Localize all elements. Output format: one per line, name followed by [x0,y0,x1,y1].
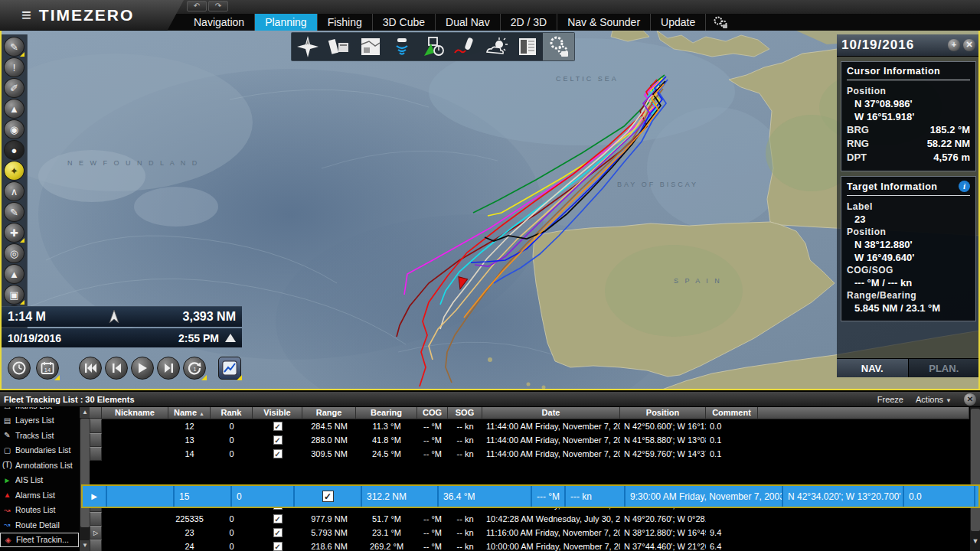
visible-checkbox[interactable]: ✓ [273,422,283,431]
step-back-button[interactable] [105,357,128,380]
column-header-cog[interactable]: COG [417,407,448,419]
ship-tool[interactable]: ▲ [4,99,24,119]
column-header-date[interactable]: Date [482,407,620,419]
scroll-down-icon[interactable]: ▼ [80,540,90,551]
tab-update[interactable]: Update [651,14,706,31]
scroll-down-icon[interactable]: ▼ [970,536,980,546]
visible-checkbox[interactable]: ✓ [273,514,283,523]
tab-3d-cube[interactable]: 3D Cube [373,14,436,31]
sidebar-item-boundaries-list[interactable]: ▢Boundaries List [0,443,79,458]
ais-target-icon[interactable] [417,33,449,60]
sidebar-item-route-detail[interactable]: ↝Route Detail [0,517,79,533]
scroll-up-icon[interactable]: ▲ [80,407,90,418]
info-icon[interactable]: i [959,181,970,192]
sonar-icon[interactable] [386,33,417,60]
freeze-button[interactable]: Freeze [877,395,903,404]
redo-icon[interactable]: ↷ [208,1,228,11]
chart-library-icon[interactable] [323,33,354,60]
table-row[interactable]: 130✓288.0 NM41.8 °M-- °M-- kn11:44:00 AM… [90,433,969,447]
column-header-name[interactable]: Name▲ [168,407,211,419]
selected-row-cell: --- °M [532,486,566,507]
sidebar-item-annotations-list[interactable]: (T)Annotations List [0,458,79,473]
sidebar-item-layers-list[interactable]: ▤Layers List [0,413,79,429]
sidebar-scrollbar[interactable]: ▲ ▼ [79,407,90,551]
column-header-rank[interactable]: Rank [211,407,253,419]
column-header-sog[interactable]: SOG [448,407,482,419]
tab-fishing[interactable]: Fishing [318,14,373,31]
compass-rose-icon[interactable] [292,33,323,60]
column-header-visible[interactable]: Visible [253,407,302,419]
tab-dual-nav[interactable]: Dual Nav [436,14,501,31]
alert-tool[interactable]: ! [4,57,24,77]
boat-tool[interactable]: ▲ [4,264,24,284]
selected-row-expand-icon: ▶ [83,486,107,507]
table-row[interactable]: 240✓218.6 NM269.2 °M-- °M-- kn10:00:00 A… [90,540,969,551]
options-gears-icon[interactable] [543,33,574,60]
visible-checkbox[interactable]: ✓ [322,491,334,502]
column-header-range[interactable]: Range [302,407,356,419]
hidden-tool[interactable]: ● [4,140,24,160]
track-graph-button[interactable] [218,357,241,380]
playback-controls: 141 [2,349,242,387]
column-header-comment[interactable]: Comment [706,407,758,419]
sidebar-item-fleet-trackin-[interactable]: ◈Fleet Trackin... [0,533,79,548]
capture-tool[interactable]: ▣ [4,285,24,305]
sidebar-item-ais-list[interactable]: ►AIS List [0,473,79,488]
actions-button[interactable]: Actions▼ [916,395,952,404]
tab-planning[interactable]: Planning [255,14,318,31]
chart-map[interactable]: N E W F O U N D L A N DCELTIC SEABAY OF … [0,31,980,390]
visible-checkbox[interactable]: ✓ [273,542,283,551]
route-detail-icon: ↝ [2,520,12,529]
play-button[interactable] [131,357,154,380]
circle-tool[interactable]: ◎ [4,243,24,263]
tools-tool[interactable]: ✚ [4,223,24,243]
column-header-bearing[interactable]: Bearing [356,407,417,419]
undo-icon[interactable]: ↶ [187,1,207,11]
table-row[interactable]: 120✓284.5 NM11.3 °M-- °M-- kn11:44:00 AM… [90,419,969,433]
selected-table-row[interactable]: ▶150✓312.2 NM36.4 °M--- °M--- kn9:30:00 … [81,484,980,508]
skip-start-button[interactable] [79,357,102,380]
expand-arrow-icon[interactable] [225,334,236,342]
app-logo[interactable]: ≡ TIMEZERO [0,0,184,31]
visible-checkbox[interactable]: ✓ [273,435,283,445]
tab-nav-sounder[interactable]: Nav & Sounder [557,14,651,31]
add-panel-icon[interactable]: + [948,39,960,51]
pen-tool[interactable]: ✎ [4,202,24,222]
visible-checkbox[interactable]: ✓ [273,449,283,458]
menu-icon[interactable]: ≡ [21,5,31,25]
route-icon[interactable] [449,33,480,60]
column-header-filler [758,407,969,419]
tab-navigation[interactable]: Navigation [184,14,255,31]
panel-tab-nav[interactable]: NAV. [837,359,909,377]
tab-2d-3d[interactable]: 2D / 3D [501,14,557,31]
column-header-position[interactable]: Position [620,407,706,419]
table-row[interactable]: 140✓309.5 NM24.5 °M-- °M-- kn11:44:00 AM… [90,447,969,461]
lists-icon[interactable] [511,33,543,60]
close-panel-icon[interactable]: ✕ [963,39,975,51]
sidebar-item-tracks-list[interactable]: ✎Tracks List [0,428,79,443]
annotate-tool[interactable]: ✎ [4,37,24,57]
table-row[interactable]: ▷230✓5.793 NM23.1 °M-- °M-- kn11:16:00 A… [90,526,969,540]
calendar-button[interactable]: 14 [36,357,59,380]
sidebar-item-marks-list[interactable]: △Marks List [0,407,79,413]
close-icon[interactable]: ✕ [964,393,976,406]
chart-view-icon[interactable] [354,33,386,60]
step-forward-button[interactable] [157,357,180,380]
gear-lock-icon[interactable] [706,14,735,31]
clock-button[interactable] [8,357,31,380]
table-row[interactable]: 2253350✓977.9 NM51.7 °M-- °M-- kn10:42:2… [90,512,969,526]
weather-icon[interactable] [480,33,511,60]
search-tool[interactable]: ◉ [4,119,24,139]
track-pen-tool[interactable]: ✐ [4,78,24,98]
panel-tab-plan[interactable]: PLAN. [909,359,980,377]
sidebar-item-routes-list[interactable]: ↝Routes List [0,503,79,518]
divider-tool[interactable]: ∧ [4,181,24,201]
date-time-bar[interactable]: 10/19/2016 2:55 PM [2,328,242,347]
column-header-nickname[interactable]: Nickname [102,407,168,419]
sidebar-item-alarms-list[interactable]: ▲Alarms List [0,487,79,503]
map-place-label: CELTIC SEA [556,75,619,83]
replay-button[interactable]: 1 [183,357,206,380]
pan-hand-tool[interactable]: ✦ [4,161,24,181]
visible-checkbox[interactable]: ✓ [273,528,283,537]
table-scrollbar[interactable]: ▼ [969,407,980,551]
